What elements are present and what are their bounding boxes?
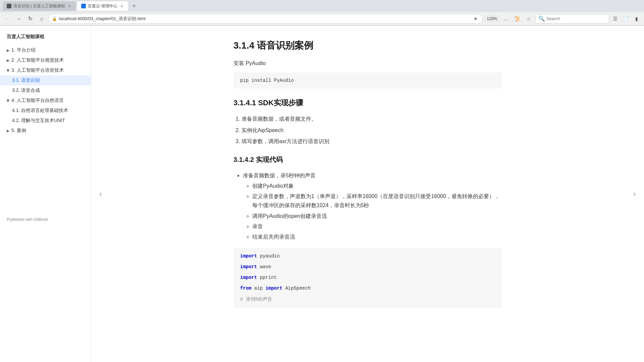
main-layout: 百度人工智能课程 ▶ 1. 平台介绍 ▶ 2. 人工智能平台视觉技术 ▶ 3. … — [0, 26, 644, 362]
sidebar-item-speech-recognition[interactable]: 3.1. 语音识别 — [0, 75, 91, 85]
sidebar-label-5: 5. 案例 — [11, 128, 26, 134]
toolbar: ← → ↻ ⌂ 🔒 localhost:4000/03_chapter/01_语… — [0, 12, 644, 25]
search-box[interactable]: 🔍 — [535, 14, 609, 23]
tab-label-active: 百度云-管理中心 — [88, 3, 117, 9]
tab-inactive[interactable]: 语音识别 | 百度人工智能课程 ✕ — [3, 1, 76, 11]
impl-sub-bullets: 创建PyAudio对象 定义录音参数，声道数为1（单声道），采样率16000（百… — [243, 181, 502, 241]
tab-bar: 语音识别 | 百度人工智能课程 ✕ 百度云-管理中心 ✕ + — [0, 0, 644, 12]
chevron-icon-5: ▶ — [7, 129, 9, 133]
sidebar-item-cases[interactable]: ▶ 5. 案例 — [0, 126, 91, 136]
sidebar-item-vision[interactable]: ▶ 2. 人工智能平台视觉技术 — [0, 55, 91, 65]
sidebar-label-4: 4. 人工智能平台自然语言 — [11, 98, 64, 104]
sub-bullet-2: 定义录音参数，声道数为1（单声道），采样率16000（百度语音识别只接受1600… — [252, 192, 502, 210]
code-line-1: import pyaudio — [240, 253, 495, 259]
install-label: 安装 PyAudio — [233, 60, 502, 67]
toolbar-right: 🔍 ☰ 📄 ▮ — [535, 14, 641, 23]
bookmark-icon[interactable]: ☆ — [524, 14, 533, 23]
sdk-steps-list: 准备音频数据，或者音频文件。 实例化AipSpeech 填写参数，调用asr方法… — [233, 115, 502, 146]
browser-chrome: 语音识别 | 百度人工智能课程 ✕ 百度云-管理中心 ✕ + ← → ↻ ⌂ 🔒… — [0, 0, 644, 26]
sidebar-item-nlp-unit[interactable]: 4.2. 理解与交互技术UNIT — [0, 116, 91, 126]
search-icon: 🔍 — [538, 15, 545, 22]
content-wrapper: 3.1.4 语音识别案例 安装 PyAudio pip install PyAu… — [233, 39, 502, 308]
address-actions: ★ — [472, 15, 479, 22]
sidebar-label-2: 2. 人工智能平台视觉技术 — [11, 57, 64, 63]
chevron-icon-4: ▶ — [6, 99, 10, 102]
sub-bullet-4: 录音 — [252, 222, 502, 231]
reading-list-icon[interactable]: ☰ — [610, 14, 620, 23]
code-line-5: # 录5秒的声音 — [240, 296, 495, 302]
code-line-2: import wave — [240, 264, 495, 269]
zoom-badge: 120% — [485, 16, 499, 22]
new-tab-button[interactable]: + — [129, 1, 139, 11]
bookmark-star-icon[interactable]: ★ — [472, 15, 479, 22]
sub-bullet-5: 结束后关闭录音流 — [252, 232, 502, 241]
impl-bullet-1: 准备音频数据，录5秒钟的声音 创建PyAudio对象 定义录音参数，声道数为1（… — [243, 171, 502, 241]
back-button[interactable]: ← — [3, 14, 12, 23]
sub-bullet-3: 调用PyAudio的open创建录音流 — [252, 212, 502, 221]
sidebar-item-nlp-basic[interactable]: 4.1. 自然语言处理基础技术 — [0, 106, 91, 116]
synced-tabs-icon[interactable]: 📄 — [621, 14, 631, 23]
search-input[interactable] — [546, 16, 606, 21]
sub-bullet-1: 创建PyAudio对象 — [252, 181, 502, 190]
sdk-step-1: 准备音频数据，或者音频文件。 — [241, 115, 502, 123]
page-title: 3.1.4 语音识别案例 — [233, 39, 502, 52]
sdk-step-3: 填写参数，调用asr方法进行语音识别 — [241, 137, 502, 146]
chevron-icon-3: ▶ — [6, 69, 10, 72]
sidebar-label-4-1: 4.1. 自然语言处理基础技术 — [12, 108, 68, 114]
content-container: ‹ 3.1.4 语音识别案例 安装 PyAudio pip install Py… — [91, 26, 644, 362]
impl-title: 3.1.4.2 实现代码 — [233, 155, 502, 164]
lock-icon: 🔒 — [52, 16, 57, 21]
sidebar: 百度人工智能课程 ▶ 1. 平台介绍 ▶ 2. 人工智能平台视觉技术 ▶ 3. … — [0, 26, 91, 362]
chevron-icon-2: ▶ — [7, 58, 9, 63]
tab-active[interactable]: 百度云-管理中心 ✕ — [77, 1, 128, 11]
tab-favicon-inactive — [7, 4, 11, 8]
code-line-4: from aip import AipSpeech — [240, 286, 495, 291]
tab-close-active[interactable]: ✕ — [119, 4, 124, 8]
pocket-icon[interactable]: 📜 — [513, 14, 522, 23]
chevron-icon-1: ▶ — [7, 48, 9, 53]
sidebar-label-3-1: 3.1. 语音识别 — [12, 77, 40, 83]
next-page-button[interactable]: › — [629, 188, 641, 200]
tab-close-inactive[interactable]: ✕ — [67, 4, 72, 8]
tab-label-inactive: 语音识别 | 百度人工智能课程 — [13, 3, 65, 9]
sidebar-label-1: 1. 平台介绍 — [11, 47, 36, 53]
sidebar-label-4-2: 4.2. 理解与交互技术UNIT — [12, 118, 65, 124]
sidebar-item-speech-synthesis[interactable]: 3.2. 语音合成 — [0, 85, 91, 96]
impl-bullets: 准备音频数据，录5秒钟的声音 创建PyAudio对象 定义录音参数，声道数为1（… — [233, 171, 502, 241]
published-with-label: Published with GitBook — [7, 217, 48, 222]
sidebar-title: 百度人工智能课程 — [0, 31, 91, 45]
content-area: 3.1.4 语音识别案例 安装 PyAudio pip install PyAu… — [91, 26, 644, 362]
sidebar-item-nlp[interactable]: ▶ 4. 人工智能平台自然语言 — [0, 96, 91, 106]
address-bar[interactable]: 🔒 localhost:4000/03_chapter/01_语音识别.html… — [48, 14, 483, 24]
impl-code-block: import pyaudio import wave import pprint… — [233, 248, 502, 308]
tab-favicon-active — [81, 4, 86, 8]
more-options-button[interactable]: … — [501, 14, 511, 23]
home-button[interactable]: ⌂ — [37, 14, 46, 23]
install-code: pip install PyAudio — [240, 78, 294, 83]
sidebar-item-speech[interactable]: ▶ 3. 人工智能平台语音技术 — [0, 65, 91, 75]
address-text: localhost:4000/03_chapter/01_语音识别.html — [59, 16, 470, 22]
code-line-3: import pprint — [240, 275, 495, 280]
forward-button[interactable]: → — [14, 14, 23, 23]
sdk-step-2: 实例化AipSpeech — [241, 126, 502, 135]
sidebar-label-3-2: 3.2. 语音合成 — [12, 87, 40, 94]
sidebar-item-platform-intro[interactable]: ▶ 1. 平台介绍 — [0, 45, 91, 55]
sdk-title: 3.1.4.1 SDK实现步骤 — [233, 98, 502, 108]
sidebar-label-3: 3. 人工智能平台语音技术 — [11, 67, 64, 73]
install-code-block: pip install PyAudio — [233, 72, 502, 88]
sidebar-toggle-icon[interactable]: ▮ — [632, 14, 641, 23]
reload-button[interactable]: ↻ — [25, 14, 35, 23]
